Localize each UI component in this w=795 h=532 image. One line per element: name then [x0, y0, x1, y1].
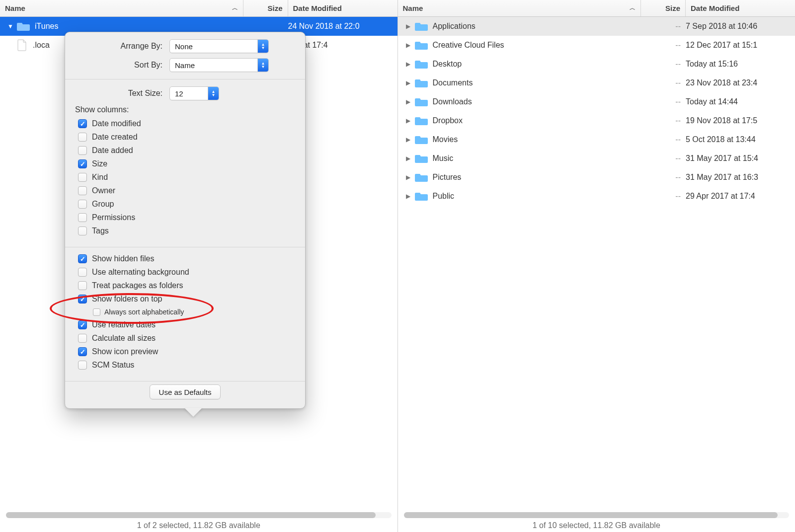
list-item[interactable]: ▶ Music--31 May 2017 at 15:4 [398, 149, 795, 168]
checkbox[interactable] [78, 347, 87, 356]
text-size-select[interactable]: 12 ▲▼ [169, 86, 219, 100]
arrange-by-select[interactable]: None ▲▼ [169, 39, 269, 53]
checkbox-row[interactable]: Group [75, 200, 295, 209]
checkbox-label: Show folders on top [92, 295, 162, 304]
right-scrollbar[interactable] [404, 512, 790, 518]
checkbox-row[interactable]: Use relative dates [75, 320, 295, 329]
col-header-name[interactable]: Name ︿ [0, 0, 243, 16]
checkbox-row[interactable]: Always sort alphabetically [75, 308, 295, 316]
sort-by-value: Name [175, 61, 195, 70]
checkbox-row[interactable]: Date added [75, 146, 295, 155]
col-header-name-label: Name [403, 4, 423, 12]
sort-caret-icon: ︿ [630, 4, 636, 12]
checkbox-label: Use alternating background [92, 268, 189, 277]
list-item[interactable]: ▶ Desktop--Today at 15:16 [398, 55, 795, 74]
col-header-name[interactable]: Name ︿ [398, 0, 641, 16]
view-options-list: Show hidden filesUse alternating backgro… [75, 254, 295, 370]
checkbox-row[interactable]: Size [75, 159, 295, 168]
list-item[interactable]: ▶ Dropbox--19 Nov 2018 at 17:5 [398, 111, 795, 130]
disclosure-triangle-icon[interactable]: ▶ [405, 136, 412, 143]
checkbox-row[interactable]: Show hidden files [75, 254, 295, 263]
item-name: Music [433, 154, 641, 163]
list-item[interactable]: ▶ Applications--7 Sep 2018 at 10:46 [398, 17, 795, 36]
checkbox-row[interactable]: Treat packages as folders [75, 281, 295, 290]
checkbox[interactable] [78, 295, 87, 304]
checkbox-label: Date added [92, 146, 133, 155]
checkbox[interactable] [78, 334, 87, 343]
list-item[interactable]: ▶ Creative Cloud Files--12 Dec 2017 at 1… [398, 36, 795, 55]
col-header-date[interactable]: Date Modified [686, 0, 795, 16]
checkbox-row[interactable]: Date created [75, 133, 295, 142]
use-as-defaults-label: Use as Defaults [159, 388, 212, 396]
left-status-text: 1 of 2 selected, 11.82 GB available [137, 521, 260, 530]
checkbox-row[interactable]: SCM Status [75, 361, 295, 370]
item-size: -- [641, 192, 686, 201]
list-item[interactable]: ▶ Downloads--Today at 14:44 [398, 92, 795, 111]
item-name: Movies [433, 135, 641, 144]
checkbox-row[interactable]: Permissions [75, 213, 295, 222]
checkbox[interactable] [78, 281, 87, 290]
list-item[interactable]: ▶ Documents--23 Nov 2018 at 23:4 [398, 74, 795, 92]
checkbox[interactable] [78, 361, 87, 370]
left-footer: 1 of 2 selected, 11.82 GB available [0, 502, 398, 532]
left-scrollbar[interactable] [6, 512, 392, 518]
list-item[interactable]: ▶ Public--29 Apr 2017 at 17:4 [398, 187, 795, 206]
checkbox-label: Show icon preview [92, 347, 158, 356]
disclosure-triangle-icon[interactable]: ▶ [405, 42, 412, 49]
disclosure-triangle-icon[interactable]: ▶ [405, 193, 412, 200]
use-as-defaults-button[interactable]: Use as Defaults [150, 384, 221, 399]
disclosure-triangle-icon[interactable]: ▼ [7, 23, 14, 30]
item-name: Pictures [433, 173, 641, 182]
checkbox-row[interactable]: Show icon preview [75, 347, 295, 356]
item-date: 29 Apr 2017 at 17:4 [686, 192, 795, 201]
checkbox[interactable] [78, 133, 87, 142]
checkbox-row[interactable]: Kind [75, 173, 295, 182]
checkbox-row[interactable]: Show folders on top [75, 295, 295, 304]
checkbox[interactable] [78, 200, 87, 209]
checkbox[interactable] [78, 173, 87, 182]
checkbox[interactable] [78, 227, 87, 235]
disclosure-triangle-icon[interactable]: ▶ [405, 174, 412, 181]
item-date: 12 Dec 2017 at 15:1 [686, 41, 795, 50]
checkbox[interactable] [78, 186, 87, 195]
folder-icon [415, 21, 428, 31]
checkbox-row[interactable]: Use alternating background [75, 268, 295, 277]
arrange-by-value: None [175, 42, 193, 51]
col-header-name-label: Name [5, 4, 25, 12]
checkbox-row[interactable]: Calculate all sizes [75, 334, 295, 343]
text-size-label: Text Size: [75, 89, 169, 98]
col-header-size[interactable]: Size [243, 0, 288, 16]
list-item[interactable]: ▶ Pictures--31 May 2017 at 16:3 [398, 168, 795, 187]
item-name: Applications [433, 22, 641, 31]
select-stepper-icon: ▲▼ [208, 87, 219, 100]
right-scroll-thumb[interactable] [404, 512, 778, 518]
disclosure-triangle-icon[interactable]: ▶ [405, 23, 412, 30]
left-scroll-thumb[interactable] [6, 512, 376, 518]
checkbox[interactable] [78, 159, 87, 168]
checkbox-row[interactable]: Owner [75, 186, 295, 195]
checkbox-label: Always sort alphabetically [104, 308, 184, 316]
checkbox[interactable] [78, 213, 87, 222]
item-date: Today at 14:44 [686, 97, 795, 106]
checkbox-row[interactable]: Date modified [75, 119, 295, 128]
checkbox[interactable] [78, 254, 87, 263]
list-item[interactable]: ▶ Movies--5 Oct 2018 at 13:44 [398, 130, 795, 149]
checkbox[interactable] [78, 320, 87, 329]
checkbox[interactable] [78, 146, 87, 155]
checkbox[interactable] [78, 119, 87, 128]
checkbox-label: Date created [92, 133, 138, 142]
disclosure-triangle-icon[interactable]: ▶ [405, 61, 412, 68]
checkbox[interactable] [93, 308, 100, 316]
disclosure-triangle-icon[interactable]: ▶ [405, 117, 412, 124]
popover-options-section: Show hidden filesUse alternating backgro… [65, 247, 305, 381]
disclosure-triangle-icon[interactable]: ▶ [405, 79, 412, 86]
checkbox-label: Kind [92, 173, 108, 182]
sort-by-select[interactable]: Name ▲▼ [169, 58, 269, 72]
col-header-date[interactable]: Date Modified [288, 0, 398, 16]
disclosure-triangle-icon[interactable]: ▶ [405, 98, 412, 105]
checkbox-row[interactable]: Tags [75, 227, 295, 235]
disclosure-triangle-icon[interactable]: ▶ [405, 155, 412, 162]
right-file-list[interactable]: ▶ Applications--7 Sep 2018 at 10:46▶ Cre… [398, 17, 795, 502]
col-header-size[interactable]: Size [641, 0, 686, 16]
checkbox[interactable] [78, 268, 87, 277]
